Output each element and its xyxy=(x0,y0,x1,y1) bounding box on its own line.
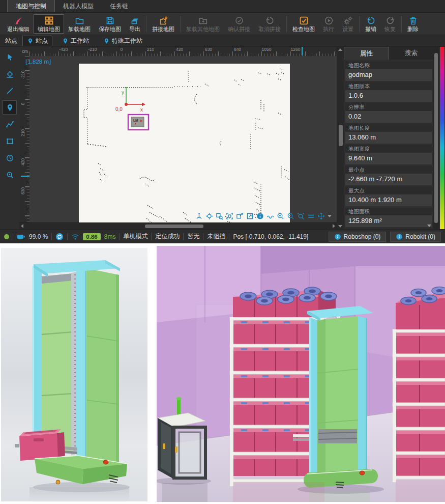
line-tool[interactable] xyxy=(3,83,17,98)
y-axis-label: y xyxy=(122,90,124,95)
special-workstation-button[interactable]: 特殊工作站 xyxy=(99,36,147,46)
tab-robot-model[interactable]: 机器人模型 xyxy=(55,0,102,12)
path-wave-icon[interactable] xyxy=(266,212,274,220)
open-external-icon[interactable] xyxy=(246,212,254,220)
edit-map-button[interactable]: 编辑地图 xyxy=(34,14,64,34)
polyline-tool[interactable] xyxy=(3,117,17,131)
eraser-tool[interactable] xyxy=(3,67,17,81)
crosshair-icon[interactable] xyxy=(205,212,213,220)
check-circle-icon xyxy=(234,16,244,25)
map-canvas-area[interactable]: y 0,0 x LM xyxy=(29,56,337,222)
selected-station-marker[interactable]: LM xyxy=(128,115,149,130)
zoom-selection-icon[interactable] xyxy=(216,212,223,220)
warehouse-scene-render xyxy=(157,246,445,502)
scroll-up-arrow[interactable] xyxy=(338,48,342,51)
button-label: 工作站 xyxy=(71,37,89,45)
pin-icon xyxy=(27,38,34,44)
map-canvas[interactable]: y 0,0 x LM xyxy=(79,64,290,222)
scrollbar-thumb[interactable] xyxy=(339,125,343,146)
delete-button[interactable]: 删除 xyxy=(403,14,423,34)
info-icon[interactable] xyxy=(256,212,264,220)
rectangle-tool[interactable] xyxy=(3,134,17,148)
zoom-in-icon[interactable] xyxy=(277,212,284,220)
tab-map-control[interactable]: 地图与控制 xyxy=(7,0,55,12)
field-value: 125.898 m² xyxy=(345,215,432,227)
ruler-label: 420 xyxy=(176,47,183,52)
scrollbar-thumb[interactable] xyxy=(434,53,438,223)
alarm-status: 暂无 xyxy=(187,232,199,241)
fit-view-icon[interactable] xyxy=(226,212,233,220)
zoom-out-icon[interactable] xyxy=(287,212,294,220)
scroll-down-arrow[interactable] xyxy=(338,225,342,228)
ruler-label: 630 xyxy=(20,185,25,197)
play-icon xyxy=(324,16,334,25)
field-value: godmap xyxy=(345,69,432,81)
field-map-version: 地图版本1.0.6 xyxy=(345,82,432,102)
pan-icon[interactable] xyxy=(317,212,325,220)
button-label: Robokit (0) xyxy=(405,233,435,240)
panel-scrollbar[interactable] xyxy=(433,47,439,229)
undo-icon xyxy=(366,16,376,25)
scroll-left-arrow[interactable] xyxy=(21,224,23,228)
color-scale-strip xyxy=(440,47,444,229)
button-label: 退出编辑 xyxy=(7,26,29,32)
robot-map-app: 地图与控制 机器人模型 任务链 退出编辑 编辑地图 加载地图 保存地图 导出 拼… xyxy=(0,0,445,243)
export-button[interactable]: 导出 xyxy=(125,14,144,34)
blocked-status: 未阻挡 xyxy=(207,232,225,241)
button-label: 加载其他地图 xyxy=(186,26,220,32)
ruler-label: 1260 xyxy=(291,47,301,52)
select-tool[interactable] xyxy=(3,50,17,64)
ruler-label: -210 xyxy=(88,47,97,52)
button-label: 恢复 xyxy=(384,26,396,32)
field-map-area: 地图面积125.898 m² xyxy=(345,208,432,227)
horizontal-scrollbar[interactable] xyxy=(19,222,337,229)
robokit-button[interactable]: Robokit (0) xyxy=(390,232,441,242)
rotation-tool[interactable] xyxy=(3,151,17,165)
button-label: Roboshop (0) xyxy=(344,233,381,240)
station-pin-tool[interactable] xyxy=(3,100,17,115)
check-map-button[interactable]: 检查地图 xyxy=(288,14,319,34)
workstation-button[interactable]: 工作站 xyxy=(57,36,94,46)
pin-icon xyxy=(62,38,69,44)
locate-tool[interactable] xyxy=(3,167,17,182)
scroll-right-arrow[interactable] xyxy=(333,224,335,228)
ruler-cursor-marker xyxy=(21,176,29,177)
station-button[interactable]: 站点 xyxy=(22,36,52,46)
page: 地图与控制 机器人模型 任务链 退出编辑 编辑地图 加载地图 保存地图 导出 拼… xyxy=(0,0,445,504)
field-label: 最小点 xyxy=(345,166,432,174)
map-workspace: cm -420 -210 0 210 420 630 840 1050 1260… xyxy=(0,47,445,229)
scrollbar-thumb[interactable] xyxy=(145,225,203,228)
tab-properties[interactable]: 属性 xyxy=(344,47,389,60)
field-label: 地图版本 xyxy=(345,82,432,90)
panel-scroll-caret[interactable] xyxy=(427,225,431,227)
undo-button[interactable]: 撤销 xyxy=(361,14,380,34)
tab-task-chain[interactable]: 任务链 xyxy=(102,0,136,12)
ruler-label: -420 xyxy=(59,47,68,52)
battery-value: 99.0 % xyxy=(29,233,48,240)
robot-axis-icon[interactable] xyxy=(195,212,203,220)
tab-search[interactable]: 搜索 xyxy=(389,47,433,60)
chevron-down-icon[interactable] xyxy=(328,215,332,217)
button-label: 保存地图 xyxy=(99,26,121,32)
stitch-map-button[interactable]: 拼接地图 xyxy=(148,14,179,34)
status-separator xyxy=(67,233,68,240)
field-label: 普通点数量 xyxy=(345,229,432,229)
zoom-area-icon[interactable] xyxy=(297,212,305,220)
redo-button: 恢复 xyxy=(380,14,400,34)
right-bin-rack xyxy=(393,287,445,483)
measure-icon[interactable] xyxy=(307,212,315,220)
status-separator xyxy=(183,233,184,240)
exit-edit-button[interactable]: 退出编辑 xyxy=(3,14,34,34)
save-map-button[interactable]: 保存地图 xyxy=(95,14,125,34)
cancel-stitch-button: 取消拼接 xyxy=(254,14,285,34)
tab-bar: 地图与控制 机器人模型 任务链 xyxy=(0,0,445,13)
roboshop-button[interactable]: Roboshop (0) xyxy=(329,232,387,242)
load-map-button[interactable]: 加载地图 xyxy=(64,14,95,34)
emergency-stop-button xyxy=(103,460,108,464)
render-section xyxy=(0,243,445,504)
button-label: 特殊工作站 xyxy=(112,37,142,45)
button-label: 编辑地图 xyxy=(38,26,60,32)
share-icon[interactable] xyxy=(236,212,244,220)
vertical-scrollbar[interactable] xyxy=(337,47,344,229)
laser-scan-points xyxy=(84,69,289,222)
